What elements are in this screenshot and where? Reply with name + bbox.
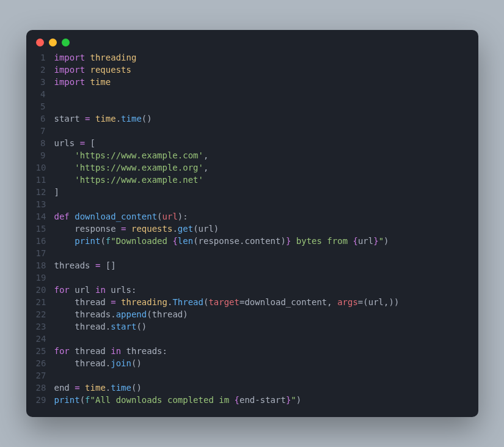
token-id: download_content (244, 297, 327, 307)
code-line[interactable]: 20for url in urls: (36, 284, 469, 296)
code-line[interactable]: 26 thread.join() (36, 357, 469, 369)
code-content[interactable]: threads = [] (54, 259, 116, 272)
token-id (100, 260, 105, 270)
code-editor[interactable]: 1import threading2import requests3import… (26, 51, 478, 406)
token-brace: { (172, 236, 177, 246)
code-content[interactable]: for thread in threads: (54, 345, 167, 357)
code-content[interactable] (54, 198, 59, 210)
token-func: start (111, 322, 136, 331)
code-line[interactable]: 8urls = [ (36, 137, 469, 149)
code-line[interactable]: 29print(f"All downloads completed im {en… (36, 394, 469, 406)
code-line[interactable]: 6start = time.time() (36, 113, 469, 125)
code-line[interactable]: 14def download_content(url): (36, 210, 469, 223)
code-content[interactable]: print(f"Downloaded {len(response.content… (54, 235, 389, 247)
line-number: 15 (36, 223, 54, 235)
line-number: 8 (36, 137, 54, 149)
token-var: requests (90, 65, 131, 75)
token-id: thread (54, 358, 106, 368)
close-icon[interactable] (36, 39, 44, 46)
code-content[interactable]: thread.start() (54, 320, 147, 333)
token-func: print (54, 395, 80, 405)
token-paren: ( (157, 212, 162, 221)
code-content[interactable]: import threading (54, 51, 137, 64)
line-number: 14 (36, 210, 54, 223)
code-content[interactable] (54, 125, 59, 137)
code-line[interactable]: 4 (36, 88, 469, 100)
token-id: url (358, 236, 373, 246)
code-content[interactable]: response = requests.get(url) (54, 223, 219, 235)
code-line[interactable]: 7 (36, 125, 469, 137)
token-paren: ) (178, 212, 183, 221)
token-var: requests (131, 224, 172, 234)
token-kw: def (54, 212, 70, 221)
code-content[interactable] (54, 369, 59, 382)
line-number: 25 (36, 345, 54, 357)
token-paren: () (131, 383, 142, 393)
code-content[interactable] (54, 333, 59, 345)
token-id: content (244, 236, 280, 246)
token-op: . (111, 309, 115, 319)
token-id (126, 224, 131, 234)
code-content[interactable]: urls = [ (54, 137, 95, 149)
code-line[interactable]: 13 (36, 198, 469, 210)
line-number: 21 (36, 296, 54, 308)
code-line[interactable]: 16 print(f"Downloaded {len(response.cont… (36, 235, 469, 247)
code-content[interactable]: start = time.time() (54, 113, 152, 125)
code-content[interactable] (54, 272, 59, 284)
code-line[interactable]: 1import threading (36, 51, 469, 64)
token-str: " (291, 395, 296, 405)
code-line[interactable]: 19 (36, 272, 469, 284)
code-line[interactable]: 12] (36, 186, 469, 198)
code-content[interactable]: thread.join() (54, 357, 142, 369)
code-line[interactable]: 25for thread in threads: (36, 345, 469, 357)
token-op: . (106, 383, 111, 393)
code-line[interactable]: 23 thread.start() (36, 320, 469, 333)
line-number: 26 (36, 357, 54, 369)
code-line[interactable]: 11 'https://www.example.net' (36, 174, 469, 186)
token-kw: in (111, 346, 121, 356)
code-content[interactable]: threads.append(thread) (54, 308, 188, 320)
code-content[interactable]: 'https://www.example.org', (54, 161, 209, 174)
token-id: thread (70, 346, 111, 356)
code-line[interactable]: 2import requests (36, 64, 469, 76)
code-line[interactable]: 17 (36, 247, 469, 259)
line-number: 3 (36, 76, 54, 88)
code-line[interactable]: 15 response = requests.get(url) (36, 223, 469, 235)
code-content[interactable]: import requests (54, 64, 131, 76)
code-content[interactable]: 'https://www.example.net' (54, 174, 203, 186)
token-var: threading (121, 297, 167, 307)
code-line[interactable]: 3import time (36, 76, 469, 88)
minimize-icon[interactable] (49, 39, 57, 46)
code-content[interactable]: def download_content(url): (54, 210, 188, 223)
code-content[interactable] (54, 100, 59, 113)
code-content[interactable]: import time (54, 76, 111, 88)
token-id: thread (54, 322, 106, 331)
line-number: 29 (36, 394, 54, 406)
token-eq: = (111, 297, 115, 307)
code-content[interactable] (54, 247, 59, 259)
zoom-icon[interactable] (62, 39, 70, 46)
code-line[interactable]: 21 thread = threading.Thread(target=down… (36, 296, 469, 308)
code-content[interactable] (54, 88, 59, 100)
code-content[interactable]: ] (54, 186, 59, 198)
token-id: start (260, 395, 286, 405)
token-op: - (255, 395, 260, 405)
code-content[interactable]: for url in urls: (54, 284, 137, 296)
code-line[interactable]: 22 threads.append(thread) (36, 308, 469, 320)
token-paren: ) (389, 297, 393, 307)
code-content[interactable]: 'https://www.example.com', (54, 149, 209, 161)
code-line[interactable]: 28end = time.time() (36, 382, 469, 394)
token-id: end (239, 395, 255, 405)
code-line[interactable]: 24 (36, 333, 469, 345)
code-line[interactable]: 10 'https://www.example.org', (36, 161, 469, 174)
code-content[interactable]: end = time.time() (54, 382, 142, 394)
code-content[interactable]: thread = threading.Thread(target=downloa… (54, 296, 400, 308)
token-op: . (172, 224, 177, 234)
code-line[interactable]: 18threads = [] (36, 259, 469, 272)
code-line[interactable]: 27 (36, 369, 469, 382)
code-line[interactable]: 9 'https://www.example.com', (36, 149, 469, 161)
code-content[interactable]: print(f"All downloads completed im {end-… (54, 394, 302, 406)
line-number: 22 (36, 308, 54, 320)
token-param: target (208, 297, 239, 307)
code-line[interactable]: 5 (36, 100, 469, 113)
